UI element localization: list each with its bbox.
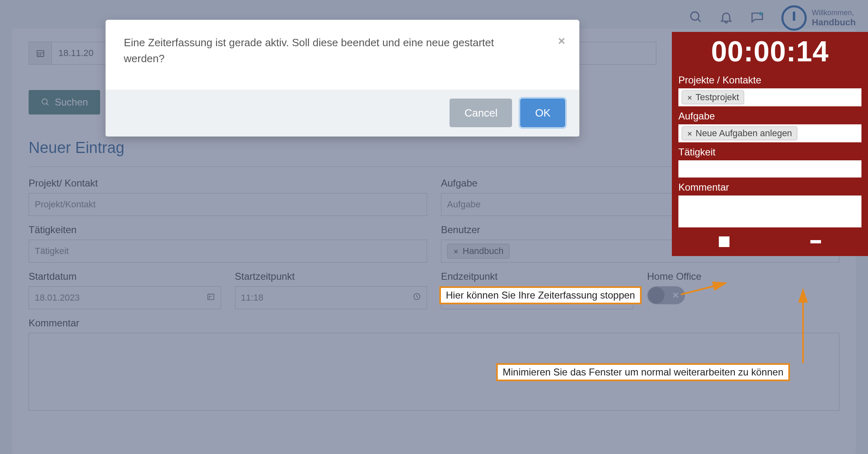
dialog-message: Eine Zeiterfassung ist gerade aktiv. Sol… xyxy=(124,35,508,67)
label-task: Aufgabe xyxy=(678,110,861,122)
stop-button[interactable] xyxy=(719,236,729,247)
close-icon[interactable] xyxy=(687,92,692,103)
label-activity: Tätigkeit xyxy=(678,146,861,158)
callout-minimize: Minimieren Sie das Fenster um normal wei… xyxy=(496,363,790,381)
callout-stop: Hier können Sie Ihre Zeiterfassung stopp… xyxy=(439,286,642,304)
timer-project-field[interactable]: Testprojekt xyxy=(678,88,861,106)
close-icon[interactable]: × xyxy=(558,31,565,50)
ok-button[interactable]: OK xyxy=(520,99,565,127)
timer-display: 00:00:14 xyxy=(678,32,861,70)
cancel-button[interactable]: Cancel xyxy=(450,99,512,127)
timer-comment-textarea[interactable] xyxy=(678,196,861,227)
confirm-dialog: × Eine Zeiterfassung ist gerade aktiv. S… xyxy=(105,20,579,137)
close-icon[interactable] xyxy=(687,128,692,139)
timer-panel: 00:00:14 Projekte / Kontakte Testprojekt… xyxy=(672,32,868,256)
timer-activity-field[interactable] xyxy=(678,160,861,178)
minimize-button[interactable] xyxy=(810,240,821,243)
timer-task-field[interactable]: Neue Aufgaben anlegen xyxy=(678,124,861,142)
label-projects: Projekte / Kontakte xyxy=(678,74,861,86)
label-comment: Kommentar xyxy=(678,182,861,193)
